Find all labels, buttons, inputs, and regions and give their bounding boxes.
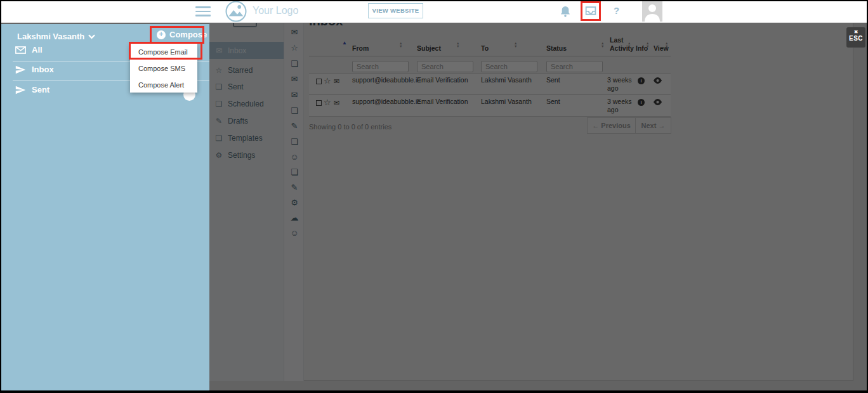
highlight-box-compose-email — [129, 42, 202, 60]
avatar[interactable] — [642, 1, 662, 22]
menu-item-compose-alert[interactable]: Compose Alert — [138, 81, 184, 89]
panel-item-inbox[interactable]: Inbox — [15, 65, 54, 74]
app-window: ✉ Inbox ☆ Starred ❏ Sent ❏ Scheduled ✎ D… — [0, 0, 868, 393]
panel-item-all[interactable]: All — [15, 45, 43, 55]
chevron-down-icon — [88, 34, 95, 39]
hamburger-menu-icon[interactable] — [195, 6, 211, 19]
help-icon[interactable]: ? — [614, 5, 619, 16]
logo-text: Your Logo — [253, 5, 298, 16]
highlight-box-compose — [150, 26, 204, 44]
menu-item-compose-sms[interactable]: Compose SMS — [138, 65, 185, 72]
user-name: Lakshmi Vasanth — [17, 32, 84, 41]
top-header: Your Logo VIEW WEBSITE ? — [0, 0, 868, 23]
envelope-icon — [15, 46, 26, 54]
logo-icon[interactable] — [225, 1, 247, 22]
highlight-box-inbox-tray — [581, 1, 601, 21]
view-website-button[interactable]: VIEW WEBSITE — [368, 3, 423, 18]
close-icon: ✖ — [846, 30, 865, 35]
paper-plane-icon — [15, 86, 26, 94]
user-menu[interactable]: Lakshmi Vasanth — [17, 32, 95, 41]
quick-mail-panel: Lakshmi Vasanth + Compose All Inbox Sent… — [0, 24, 209, 390]
notifications-bell-icon[interactable] — [560, 6, 570, 17]
panel-item-sent[interactable]: Sent — [15, 85, 49, 94]
paper-plane-icon — [15, 65, 26, 74]
esc-button[interactable]: ✖ ESC — [846, 27, 865, 48]
